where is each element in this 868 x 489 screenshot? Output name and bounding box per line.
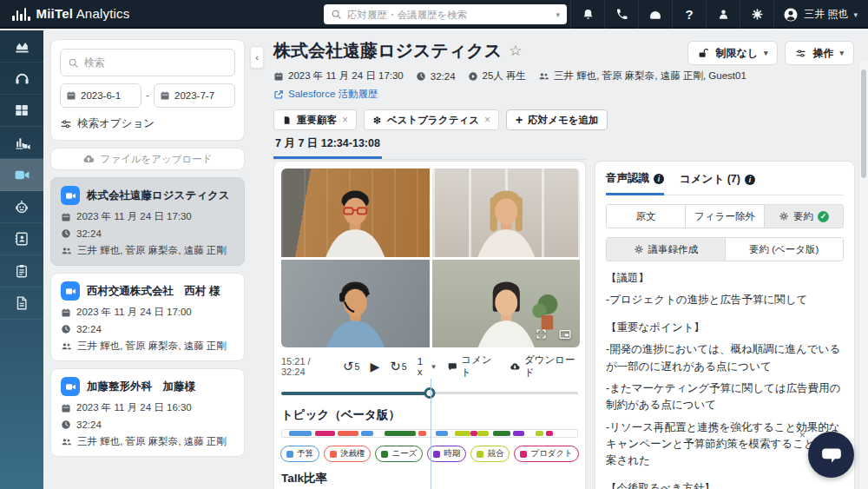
speed-dropdown[interactable]: 1 x▾ bbox=[418, 356, 436, 377]
topic-segment[interactable] bbox=[436, 431, 447, 436]
tab-speech-recognition[interactable]: 音声認識 i bbox=[606, 171, 664, 195]
topic-legend-pill[interactable]: 競合 bbox=[470, 446, 510, 462]
chat-widget-button[interactable] bbox=[808, 432, 854, 478]
sidebar-item-analytics-report[interactable] bbox=[0, 30, 43, 63]
topic-segment[interactable] bbox=[470, 431, 477, 436]
topic-legend-pill[interactable]: 時期 bbox=[427, 446, 466, 462]
sidebar-item-contacts[interactable] bbox=[0, 223, 43, 255]
session-tab-active[interactable]: 7 月 7 日 12:34-13:08 bbox=[273, 133, 382, 159]
topic-segment[interactable] bbox=[546, 431, 553, 436]
info-icon[interactable]: i bbox=[654, 174, 664, 184]
meeting-list-item-3[interactable]: 加藤整形外科 加藤様 2023 年 11 月 24 日 16:30 32:24 … bbox=[50, 368, 245, 457]
agent-button[interactable] bbox=[706, 0, 740, 29]
topic-segment[interactable] bbox=[513, 431, 524, 436]
add-memo-button[interactable]: + 応対メモを追加 bbox=[506, 109, 608, 130]
phone-button[interactable] bbox=[604, 0, 638, 29]
sidebar-item-voice[interactable] bbox=[0, 63, 43, 95]
search-options-toggle[interactable]: 検索オプション bbox=[60, 116, 235, 131]
topic-segment[interactable] bbox=[418, 431, 426, 436]
submode-summary-beta-button[interactable]: 要約 (ベータ版) bbox=[725, 238, 844, 261]
mode-original-button[interactable]: 原文 bbox=[607, 205, 685, 228]
play-button[interactable]: ▶ bbox=[370, 360, 379, 373]
tab-comments[interactable]: コメント (7) i bbox=[680, 171, 755, 195]
rewind-5-button[interactable]: ↺5 bbox=[343, 359, 359, 374]
flower-tag-icon bbox=[372, 116, 382, 125]
settings-button[interactable] bbox=[740, 0, 773, 29]
participant-avatar bbox=[281, 177, 430, 256]
sidebar-item-video-meetings[interactable] bbox=[0, 159, 43, 191]
salesforce-link[interactable]: Salesforce 活動履歴 bbox=[273, 88, 738, 101]
upload-file-button[interactable]: ファイルをアップロード bbox=[50, 148, 245, 170]
global-search[interactable]: ▾ bbox=[324, 4, 567, 24]
remove-tag-icon[interactable]: × bbox=[342, 114, 348, 126]
search-caret-icon[interactable]: ▾ bbox=[556, 10, 560, 19]
topic-legend-pill[interactable]: ニーズ bbox=[375, 446, 423, 462]
sidebar-item-dashboard[interactable] bbox=[0, 95, 43, 127]
topic-segment[interactable] bbox=[315, 431, 335, 436]
topic-segment[interactable] bbox=[338, 431, 358, 436]
phone-icon bbox=[615, 8, 628, 21]
app-screen: MiiTel Analytics ▾ ? 三井 照也 ▾ bbox=[0, 0, 868, 489]
comment-button[interactable]: コメント bbox=[448, 354, 497, 380]
sidebar-item-documents[interactable] bbox=[0, 287, 43, 320]
date-from-field[interactable]: 2023-6-1 bbox=[60, 83, 141, 108]
upload-label: ファイルをアップロード bbox=[100, 153, 212, 166]
remove-tag-icon[interactable]: × bbox=[484, 114, 490, 126]
global-search-input[interactable] bbox=[347, 10, 550, 20]
pip-icon[interactable] bbox=[559, 328, 571, 340]
video-grid[interactable] bbox=[281, 169, 580, 347]
topic-legend-pill[interactable]: プロダクト bbox=[514, 446, 579, 462]
topic-segment[interactable] bbox=[536, 431, 542, 436]
info-icon[interactable]: i bbox=[745, 175, 755, 185]
restriction-label: 制限なし bbox=[715, 46, 758, 61]
topic-timeline[interactable] bbox=[281, 429, 578, 438]
topic-legend-pill[interactable]: 予算 bbox=[280, 446, 319, 462]
keyword-search[interactable] bbox=[60, 49, 235, 76]
topic-segment[interactable] bbox=[385, 431, 416, 436]
sidebar-item-ai-assistant[interactable] bbox=[0, 191, 43, 223]
date-to-field[interactable]: 2023-7-7 bbox=[154, 83, 235, 108]
notifications-button[interactable] bbox=[570, 0, 604, 29]
app-logo[interactable]: MiiTel Analytics bbox=[0, 6, 141, 21]
restriction-dropdown[interactable]: 制限なし ▾ bbox=[687, 41, 778, 65]
sidebar-item-tasks[interactable] bbox=[0, 255, 43, 287]
tag-best-practice[interactable]: ベストプラクティス × bbox=[364, 109, 499, 130]
sidebar-item-video-report[interactable] bbox=[0, 127, 43, 159]
user-menu[interactable]: 三井 照也 ▾ bbox=[773, 0, 868, 29]
gear-icon bbox=[751, 8, 764, 21]
actions-dropdown[interactable]: 操作 ▾ bbox=[785, 41, 854, 65]
meeting-list-item-1[interactable]: 株式会社遠藤ロジスティクス 2023 年 11 月 24 日 17:30 32:… bbox=[50, 177, 245, 266]
forward-5-button[interactable]: ↻5 bbox=[390, 359, 406, 374]
mode-filler-removed-button[interactable]: フィラー除外 bbox=[685, 205, 764, 228]
topic-legend-pill[interactable]: 決裁権 bbox=[324, 446, 372, 462]
download-button[interactable]: ダウンロード bbox=[510, 354, 578, 380]
page-scrollbar[interactable] bbox=[858, 61, 868, 489]
summary-section-heading: 【重要なポイント】 bbox=[606, 320, 844, 336]
topic-segment[interactable] bbox=[455, 431, 470, 436]
seek-bar[interactable] bbox=[281, 387, 578, 399]
participant-avatar bbox=[281, 268, 430, 347]
calendar-icon bbox=[160, 90, 170, 101]
topic-segment[interactable] bbox=[289, 431, 312, 436]
mode-label: 原文 bbox=[636, 210, 656, 223]
view-mode-switch: 原文 フィラー除外 要約 ✓ bbox=[606, 204, 844, 228]
submode-minutes-button[interactable]: 議事録作成 bbox=[607, 238, 725, 261]
keyword-search-input[interactable] bbox=[84, 56, 227, 69]
meeting-list-item-2[interactable]: 西村交通株式会社 西村 様 2023 年 11 月 24 日 17:00 32:… bbox=[50, 273, 245, 361]
help-button[interactable]: ? bbox=[672, 0, 706, 29]
star-icon[interactable]: ☆ bbox=[509, 42, 522, 60]
fullscreen-icon[interactable] bbox=[536, 328, 547, 340]
top-navbar: MiiTel Analytics ▾ ? 三井 照也 ▾ bbox=[0, 0, 868, 29]
dashboard-button[interactable] bbox=[638, 0, 672, 29]
zoom-video-icon bbox=[61, 281, 80, 301]
tag-important-customer[interactable]: 重要顧客 × bbox=[273, 109, 357, 130]
topic-segment[interactable] bbox=[361, 431, 373, 436]
collapse-panel-button[interactable]: ‹ bbox=[250, 46, 264, 69]
topic-segment[interactable] bbox=[493, 431, 510, 436]
mode-summary-button[interactable]: 要約 ✓ bbox=[764, 205, 843, 228]
seek-handle[interactable] bbox=[424, 387, 436, 399]
scrollbar-thumb[interactable] bbox=[861, 69, 866, 178]
topic-segment[interactable] bbox=[477, 431, 489, 436]
search-filter-card: 2023-6-1 - 2023-7-7 検索オプション bbox=[50, 39, 245, 141]
chat-close-icon[interactable]: × bbox=[799, 428, 806, 441]
